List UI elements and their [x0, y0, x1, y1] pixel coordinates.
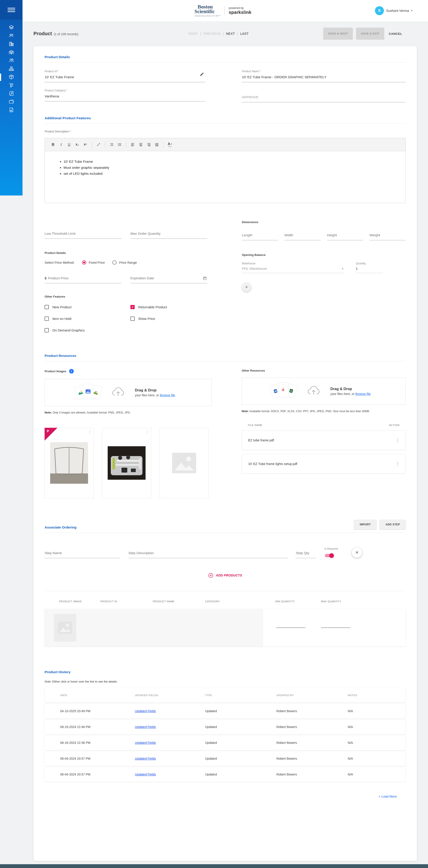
- product-category-input[interactable]: Varithena: [44, 92, 205, 101]
- align-right-icon[interactable]: [145, 141, 152, 148]
- product-id-input[interactable]: 10' EZ Tube Frame: [44, 73, 205, 82]
- save-exit-button[interactable]: SAVE & EXIT: [356, 28, 384, 40]
- description-bullet: 10' EZ Tube Frame: [64, 160, 399, 164]
- bold-button[interactable]: B: [50, 141, 56, 148]
- bullet-list-icon[interactable]: [116, 141, 123, 148]
- ordered-list-icon[interactable]: 12: [108, 141, 115, 148]
- images-dropzone[interactable]: JPG Drag & Drop your files here, or Brow…: [44, 379, 212, 406]
- nav-next-link[interactable]: NEXT: [226, 32, 235, 35]
- min-quantity-input[interactable]: [276, 627, 305, 628]
- editor-toolbar: B I U X₂ X² 12 A▾: [45, 138, 405, 151]
- kebab-menu-icon[interactable]: ⋮: [396, 438, 400, 443]
- sidebar-item-orders[interactable]: [0, 81, 23, 90]
- align-center-icon[interactable]: [137, 141, 144, 148]
- subscript-button[interactable]: X₂: [74, 141, 81, 148]
- updated-fields-link[interactable]: Updated Fields: [135, 757, 156, 760]
- updated-fields-link[interactable]: Updated Fields: [135, 773, 156, 776]
- add-products-button[interactable]: ADD PRODUCTS: [44, 573, 406, 578]
- sidebar-item-organization[interactable]: [0, 40, 23, 49]
- sidebar-item-reports[interactable]: [0, 106, 23, 114]
- underline-button[interactable]: U: [66, 141, 72, 148]
- superscript-button[interactable]: X²: [82, 141, 89, 148]
- sidebar-item-layers[interactable]: [0, 24, 23, 32]
- hamburger-menu-button[interactable]: [7, 7, 15, 13]
- italic-button[interactable]: I: [58, 141, 64, 148]
- warehouse-select[interactable]: PHL Warehouse▾: [242, 265, 343, 273]
- boston-scientific-logo: Boston Scientific Advancing science for …: [194, 4, 220, 17]
- sidebar-item-warehouse[interactable]: [0, 49, 23, 57]
- sidebar-item-users[interactable]: [0, 57, 23, 65]
- updated-fields-link[interactable]: Updated Fields: [135, 741, 156, 745]
- edit-icon[interactable]: [200, 72, 204, 78]
- height-input[interactable]: Height: [327, 231, 363, 240]
- max-quantity-input[interactable]: [321, 627, 350, 628]
- rich-text-editor: B I U X₂ X² 12 A▾ 10' EZ Tube Frame Must…: [44, 138, 406, 203]
- avatar: S: [375, 6, 384, 15]
- updated-fields-link[interactable]: Updated Fields: [135, 725, 156, 729]
- font-color-button[interactable]: A▾: [166, 141, 173, 148]
- align-left-icon[interactable]: [129, 141, 136, 148]
- frame-photo: [50, 442, 88, 484]
- primary-badge: P: [44, 428, 58, 441]
- format-brush-icon[interactable]: [95, 141, 102, 148]
- import-button[interactable]: IMPORT: [354, 520, 377, 529]
- fixed-price-radio[interactable]: Fixed Price: [82, 260, 105, 265]
- browse-file-link[interactable]: Browse file: [355, 392, 370, 396]
- length-input[interactable]: Length: [242, 231, 278, 240]
- sidebar-item-hierarchy[interactable]: [0, 65, 23, 73]
- col-updated-by: UPDATED BY: [276, 694, 348, 696]
- description-editor-content[interactable]: 10' EZ Tube Frame Must order graphic sep…: [45, 151, 405, 203]
- product-name-input[interactable]: 10' EZ Tube Frame - ORDER GRAPHIC SEPARA…: [242, 73, 406, 82]
- approve-status-input[interactable]: APPROVE: [242, 93, 406, 102]
- step-name-input[interactable]: Step Name: [44, 549, 120, 558]
- checkbox-item-on-hold[interactable]: Item on Hold: [44, 316, 130, 321]
- history-note: Either click or hover over the link to s…: [52, 680, 118, 683]
- info-icon[interactable]: i: [69, 369, 74, 374]
- user-menu[interactable]: S Sushant Verma ▾: [375, 6, 412, 15]
- expiration-date-input[interactable]: Expiration Date: [130, 274, 207, 283]
- col-product-id: PRODUCT ID: [100, 600, 153, 603]
- kebab-menu-icon[interactable]: ⋮: [396, 461, 400, 466]
- sidebar-item-wallet[interactable]: [0, 98, 23, 106]
- align-justify-icon[interactable]: [153, 141, 160, 148]
- remove-step-button[interactable]: ✕: [352, 548, 362, 558]
- max-order-qty-input[interactable]: Max Order Quantity: [130, 230, 207, 239]
- kebab-menu-icon[interactable]: ⋮: [88, 430, 92, 434]
- other-resources-dropzone[interactable]: W X Drag & Drop your files here, or Brow…: [242, 378, 406, 405]
- product-price-input[interactable]: $Product Price: [44, 274, 121, 283]
- is-required-toggle[interactable]: [325, 554, 333, 557]
- product-image-thumb-2[interactable]: ⋮: [102, 428, 151, 498]
- calendar-icon[interactable]: [203, 276, 207, 281]
- step-description-input[interactable]: Step Description: [128, 549, 288, 558]
- col-type: TYPE: [205, 694, 276, 696]
- updated-fields-link[interactable]: Updated Fields: [135, 709, 156, 713]
- product-image-thumb-1[interactable]: P ⋮: [44, 428, 94, 498]
- weight-input[interactable]: Weight: [369, 231, 406, 240]
- width-input[interactable]: Width: [284, 231, 321, 240]
- sidebar-item-products[interactable]: [0, 73, 23, 81]
- product-image-thumb-empty[interactable]: [160, 428, 209, 498]
- low-threshold-input[interactable]: Low Threshold Limit: [44, 230, 121, 239]
- sidebar-item-invoices[interactable]: [0, 90, 23, 98]
- cancel-button[interactable]: CANCEL: [388, 30, 403, 38]
- sidebar-item-user-roles[interactable]: [0, 32, 23, 40]
- add-step-button[interactable]: ADD STEP: [379, 520, 406, 529]
- checkbox-new-product[interactable]: New Product: [44, 305, 130, 309]
- nav-first-link[interactable]: FIRST: [188, 32, 198, 35]
- add-warehouse-button[interactable]: +: [242, 282, 251, 292]
- checkbox-show-price[interactable]: Show Price: [130, 316, 207, 321]
- quantity-input[interactable]: 1: [356, 265, 383, 273]
- nav-last-link[interactable]: LAST: [240, 32, 249, 35]
- product-name-field: Product Name* 10' EZ Tube Frame - ORDER …: [242, 70, 406, 82]
- save-next-button[interactable]: SAVE & NEXT: [323, 28, 353, 40]
- history-updated-by: Robert Bowers: [276, 725, 348, 729]
- load-more-link[interactable]: + Load More: [44, 795, 406, 798]
- checkbox-on-demand-graphics[interactable]: On Demand Graphics: [44, 328, 130, 332]
- browse-file-link[interactable]: Browse file: [160, 394, 175, 397]
- product-history-table: DATE UPDATED FIELDS TYPE UPDATED BY NOTE…: [44, 688, 406, 782]
- price-range-radio[interactable]: Price Range: [112, 260, 137, 265]
- step-qty-input[interactable]: Step Qty: [296, 549, 316, 558]
- kebab-menu-icon[interactable]: ⋮: [145, 430, 149, 434]
- nav-previous-link[interactable]: PREVIOUS: [203, 32, 220, 35]
- checkbox-returnable-product[interactable]: ✓Returnable Product: [130, 305, 207, 309]
